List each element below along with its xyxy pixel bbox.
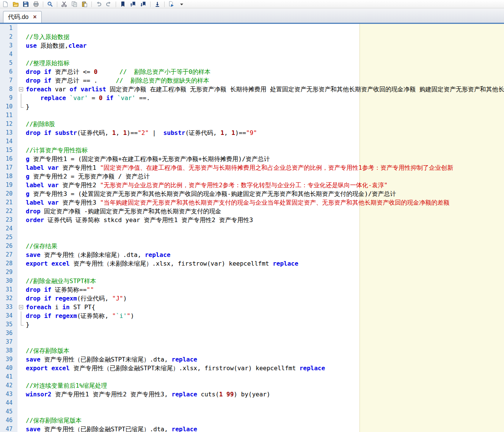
code-line[interactable]: 40export excel 资产专用性（已剔除金融STPT未缩尾）.xlsx,… — [0, 364, 504, 373]
code-line[interactable]: 10} — [0, 102, 504, 111]
next-bookmark-button[interactable] — [140, 0, 147, 8]
print-button[interactable] — [32, 0, 40, 8]
code-line[interactable]: 19label var 资产专用性2 "无形资产与企业总资产的比例，资产专用性2… — [0, 181, 504, 189]
fold-column — [17, 399, 26, 407]
code-line[interactable]: 13drop if substr(证券代码, 1, 1)=="2" | subs… — [0, 128, 504, 137]
line-number: 17 — [0, 163, 17, 172]
next-bookmark-icon — [140, 1, 146, 7]
code-line[interactable]: 3use 原始数据,clear — [0, 41, 504, 50]
code-line[interactable]: 14 — [0, 137, 504, 146]
fold-column: − — [17, 303, 26, 311]
paste-icon — [82, 1, 88, 7]
code-line[interactable]: 7drop if 资产总计 == . // 剔除总资产的数据缺失的样本 — [0, 76, 504, 85]
line-number: 34 — [0, 311, 17, 320]
code-line[interactable]: 21label var 资产专用性3 "当年购建固定资产无形资产和其他长期资产支… — [0, 198, 504, 207]
save-button[interactable] — [22, 0, 30, 8]
code-line[interactable]: 18g 资产专用性2 = 无形资产净额 / 资产总计 — [0, 172, 504, 181]
fold-column — [17, 338, 26, 346]
code-line[interactable]: 35} — [0, 320, 504, 329]
code-line[interactable]: 31drop if 证券简称=="" — [0, 285, 504, 294]
code-line[interactable]: 39save 资产专用性（已剔除金融STPT未缩尾）.dta, replace — [0, 355, 504, 364]
code-text: //保存结果 — [26, 242, 504, 250]
cut-button[interactable] — [60, 0, 68, 8]
fold-column — [17, 163, 26, 172]
line-number: 12 — [0, 120, 17, 128]
fold-column — [17, 181, 26, 189]
code-line[interactable]: 4 — [0, 50, 504, 59]
code-line[interactable]: 16g 资产专用性1 = (固定资产净额+在建工程净额+无形资产净额+长期待摊费… — [0, 155, 504, 163]
code-line[interactable]: 47save 资产专用性（已剔除金融STPT已缩尾）.dta, replace — [0, 425, 504, 432]
toggle-bookmark-button[interactable] — [119, 0, 127, 8]
code-line[interactable]: 22drop 固定资产净额 -购建固定资产无形资产和其他长期资产支付的现金 — [0, 207, 504, 216]
do-file-editor[interactable]: 12//导入原始数据3use 原始数据,clear45//整理原始指标6drop… — [0, 24, 504, 432]
code-line[interactable]: 15//计算资产专用性指标 — [0, 146, 504, 155]
fold-column — [17, 207, 26, 216]
new-file-button[interactable] — [2, 0, 9, 8]
code-text: save 资产专用性（已剔除金融STPT已缩尾）.dta, replace — [26, 425, 504, 432]
line-number: 32 — [0, 294, 17, 303]
fold-column — [17, 224, 26, 233]
previous-bookmark-button[interactable] — [129, 0, 137, 8]
code-line[interactable]: 5//整理原始指标 — [0, 59, 504, 67]
tab-close-icon[interactable]: × — [33, 14, 36, 20]
code-line[interactable]: 8−foreach var of varlist 固定资产净额 在建工程净额 无… — [0, 85, 504, 94]
code-line[interactable]: 9 replace `var' = 0 if `var' ==. — [0, 94, 504, 102]
code-line[interactable]: 29 — [0, 268, 504, 277]
code-line[interactable]: 46//保存剔除缩尾版本 — [0, 416, 504, 425]
code-line[interactable]: 27save 资产专用性（未剔除未缩尾）.dta, replace — [0, 250, 504, 259]
code-line[interactable]: 45 — [0, 407, 504, 416]
code-text: export excel 资产专用性（未剔除未缩尾）.xlsx, firstro… — [26, 259, 504, 268]
code-line[interactable]: 17label var 资产专用性1 "固定资产净值、在建工程净值、无形资产与长… — [0, 163, 504, 172]
code-text: save 资产专用性（已剔除金融STPT未缩尾）.dta, replace — [26, 355, 504, 364]
code-line[interactable]: 24 — [0, 224, 504, 233]
code-line[interactable]: 2//导入原始数据 — [0, 33, 504, 41]
fold-collapse-icon[interactable]: − — [19, 87, 23, 91]
code-line[interactable]: 41 — [0, 373, 504, 381]
paste-button[interactable] — [81, 0, 88, 8]
code-line[interactable]: 37 — [0, 338, 504, 346]
code-line[interactable]: 33−foreach i in ST PT{ — [0, 303, 504, 311]
fold-column — [17, 128, 26, 137]
execute-dropdown-button[interactable] — [178, 0, 185, 8]
goto-line-button[interactable] — [154, 0, 161, 8]
execute-do-button[interactable] — [168, 0, 175, 8]
code-text: drop if 资产总计 <= 0 // 剔除总资产小于等于0的样本 — [26, 67, 504, 76]
redo-button[interactable] — [105, 0, 113, 8]
line-number: 24 — [0, 224, 17, 233]
code-line[interactable]: 44 — [0, 399, 504, 407]
code-line[interactable]: 6drop if 资产总计 <= 0 // 剔除总资产小于等于0的样本 — [0, 67, 504, 76]
code-line[interactable]: 42//对连续变量前后1%缩尾处理 — [0, 381, 504, 390]
code-line[interactable]: 1 — [0, 24, 504, 33]
fold-collapse-icon[interactable]: − — [19, 305, 23, 309]
code-line[interactable]: 25 — [0, 233, 504, 242]
code-line[interactable]: 28export excel 资产专用性（未剔除未缩尾）.xlsx, first… — [0, 259, 504, 268]
code-line[interactable]: 34drop if regexm(证券简称, "`i'") — [0, 311, 504, 320]
toolbar-separator — [150, 2, 151, 7]
code-line[interactable]: 12//剔除B股 — [0, 120, 504, 128]
fold-column — [17, 242, 26, 250]
line-number: 47 — [0, 425, 17, 432]
goto-line-icon — [154, 1, 160, 7]
undo-button[interactable] — [95, 0, 102, 8]
code-line[interactable]: 36 — [0, 329, 504, 338]
code-line[interactable]: 32drop if regexm(行业代码, "J") — [0, 294, 504, 303]
code-line[interactable]: 20g 资产专用性3 = (处置固定资产无形资产和其他长期资产收回的现金净额-购… — [0, 189, 504, 198]
code-text: //导入原始数据 — [26, 33, 504, 41]
find-button[interactable] — [46, 0, 54, 8]
code-line[interactable]: 11 — [0, 111, 504, 120]
code-line[interactable]: 26//保存结果 — [0, 242, 504, 250]
open-file-button[interactable] — [12, 0, 19, 8]
code-line[interactable]: 38//保存剔除版本 — [0, 346, 504, 355]
code-text: drop if regexm(证券简称, "`i'") — [26, 311, 504, 320]
fold-column — [17, 120, 26, 128]
code-line[interactable]: 43winsor2 资产专用性1 资产专用性2 资产专用性3, replace … — [0, 390, 504, 399]
fold-column — [17, 33, 26, 41]
code-text — [26, 50, 504, 59]
tab-code-do[interactable]: 代码.do × — [3, 11, 42, 23]
code-line[interactable]: 23order 证券代码 证券简称 stkcd year 资产专用性1 资产专用… — [0, 216, 504, 224]
line-number: 3 — [0, 41, 17, 50]
code-text: use 原始数据,clear — [26, 41, 504, 50]
code-line[interactable]: 30//剔除金融业与STPT样本 — [0, 277, 504, 285]
line-number: 8 — [0, 85, 17, 94]
copy-button[interactable] — [71, 0, 78, 8]
